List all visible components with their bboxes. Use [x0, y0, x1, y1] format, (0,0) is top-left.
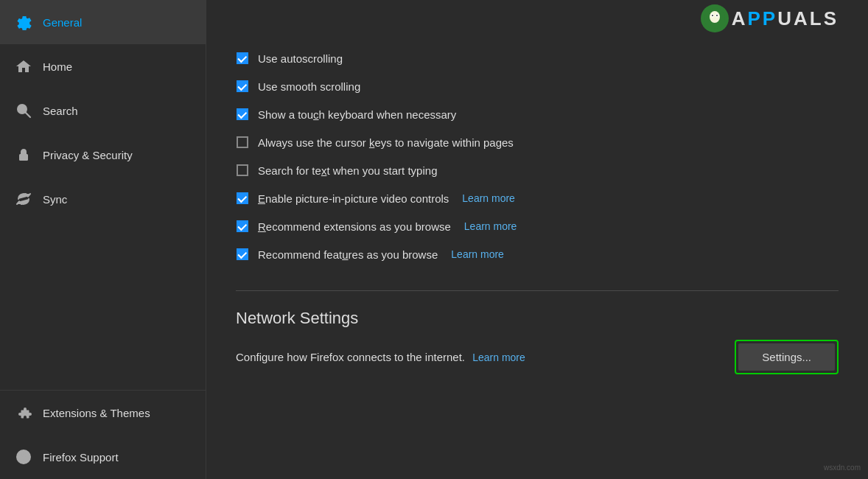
search-typing-row: Search for text when you start typing: [236, 156, 839, 184]
network-description: Configure how Firefox connects to the in…: [236, 351, 720, 363]
smooth-scrolling-label: Use smooth scrolling: [258, 80, 360, 93]
puzzle-icon: [15, 404, 32, 422]
autoscrolling-row: Use autoscrolling: [236, 44, 839, 72]
extensions-browse-label: Recommend extensions as you browse: [258, 220, 451, 233]
network-desc-text: Configure how Firefox connects to the in…: [236, 351, 465, 363]
search-typing-checkbox[interactable]: [237, 164, 248, 176]
features-browse-checkbox[interactable]: [237, 248, 248, 260]
smooth-scrolling-checkbox-wrap[interactable]: [236, 80, 249, 93]
extensions-browse-row: Recommend extensions as you browse Learn…: [236, 212, 839, 240]
pip-checkbox-wrap[interactable]: [236, 192, 249, 205]
extensions-browse-checkbox[interactable]: [237, 220, 248, 232]
settings-checkboxes: Use autoscrolling Use smooth scrolling S…: [236, 44, 839, 268]
lock-icon: [15, 146, 32, 164]
touch-keyboard-row: Show a touch keyboard when necessary: [236, 100, 839, 128]
features-browse-row: Recommend features as you browse Learn m…: [236, 240, 839, 268]
pip-label: Enable picture-in-picture video controls: [258, 192, 449, 205]
sidebar-item-extensions-label: Extensions & Themes: [43, 407, 150, 419]
autoscrolling-checkbox[interactable]: [237, 52, 248, 64]
sidebar-item-privacy-label: Privacy & Security: [43, 149, 133, 161]
svg-point-4: [23, 460, 24, 461]
search-typing-checkbox-wrap[interactable]: [236, 164, 249, 177]
svg-rect-2: [19, 154, 28, 161]
cursor-keys-label: Always use the cursor keys to navigate w…: [258, 136, 514, 149]
features-browse-learn-more[interactable]: Learn more: [451, 248, 504, 260]
smooth-scrolling-row: Use smooth scrolling: [236, 72, 839, 100]
help-icon: [15, 448, 32, 466]
svg-point-6: [710, 11, 720, 23]
sidebar-item-search[interactable]: Search: [0, 88, 206, 133]
pip-learn-more[interactable]: Learn more: [462, 192, 515, 204]
svg-point-9: [712, 15, 713, 16]
smooth-scrolling-checkbox[interactable]: [237, 80, 248, 92]
sidebar-item-extensions[interactable]: Extensions & Themes: [0, 391, 206, 435]
home-icon: [15, 57, 32, 75]
features-browse-checkbox-wrap[interactable]: [236, 248, 249, 261]
network-settings-title: Network Settings: [236, 309, 839, 328]
cursor-keys-checkbox-wrap[interactable]: [236, 136, 249, 149]
features-browse-label: Recommend features as you browse: [258, 248, 438, 261]
network-settings-section: Network Settings Configure how Firefox c…: [236, 309, 839, 374]
sidebar-item-support[interactable]: Firefox Support: [0, 435, 206, 479]
section-divider: [236, 290, 839, 291]
extensions-browse-checkbox-wrap[interactable]: [236, 220, 249, 233]
settings-button-wrap: Settings...: [735, 340, 839, 374]
logo-text: APPUALS: [732, 7, 839, 30]
sidebar-item-general[interactable]: General: [0, 0, 206, 44]
sidebar: General Home Search Privacy & Security: [0, 0, 206, 479]
autoscrolling-checkbox-wrap[interactable]: [236, 52, 249, 65]
cursor-keys-checkbox[interactable]: [237, 136, 248, 148]
sidebar-item-sync[interactable]: Sync: [0, 177, 206, 221]
gear-icon: [15, 13, 32, 31]
sidebar-item-home-label: Home: [43, 60, 72, 73]
extensions-browse-learn-more[interactable]: Learn more: [464, 220, 517, 232]
sidebar-item-sync-label: Sync: [43, 193, 67, 206]
watermark: wsxdn.com: [824, 464, 861, 472]
appuals-logo: APPUALS: [701, 4, 839, 32]
pip-checkbox[interactable]: [237, 192, 248, 204]
sidebar-bottom: Extensions & Themes Firefox Support: [0, 390, 206, 479]
sync-icon: [15, 190, 32, 208]
search-icon: [15, 102, 32, 119]
touch-keyboard-checkbox[interactable]: [237, 108, 248, 120]
cursor-keys-row: Always use the cursor keys to navigate w…: [236, 128, 839, 156]
settings-button[interactable]: Settings...: [738, 343, 835, 371]
search-typing-label: Search for text when you start typing: [258, 164, 437, 177]
network-learn-more[interactable]: Learn more: [472, 352, 525, 363]
sidebar-item-privacy[interactable]: Privacy & Security: [0, 133, 206, 177]
main-content: APPUALS Use autoscrolling Use smooth scr…: [206, 0, 868, 479]
sidebar-item-support-label: Firefox Support: [43, 451, 119, 464]
touch-keyboard-label: Show a touch keyboard when necessary: [258, 108, 456, 121]
sidebar-item-general-label: General: [43, 16, 82, 29]
autoscrolling-label: Use autoscrolling: [258, 52, 343, 65]
sidebar-item-search-label: Search: [43, 105, 78, 117]
top-bar: APPUALS: [236, 0, 839, 37]
svg-point-10: [716, 15, 718, 16]
mascot-icon: [701, 4, 729, 32]
network-row: Configure how Firefox connects to the in…: [236, 340, 839, 374]
pip-row: Enable picture-in-picture video controls…: [236, 184, 839, 212]
sidebar-item-home[interactable]: Home: [0, 44, 206, 88]
touch-keyboard-checkbox-wrap[interactable]: [236, 108, 249, 121]
svg-line-1: [26, 113, 31, 118]
